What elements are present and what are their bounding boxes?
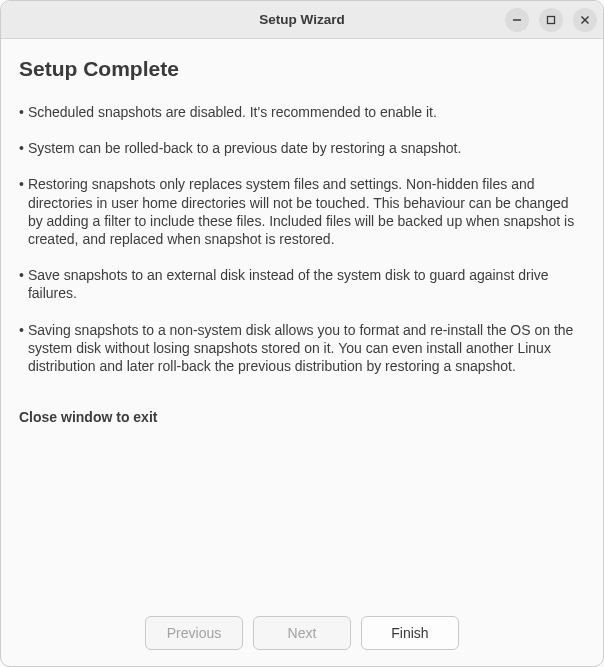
bullet-text: Restoring snapshots only replaces system… (28, 175, 585, 248)
previous-button[interactable]: Previous (145, 616, 243, 650)
footer-buttons: Previous Next Finish (1, 602, 603, 666)
minimize-icon (512, 15, 522, 25)
page-heading: Setup Complete (19, 57, 585, 81)
close-button[interactable] (573, 8, 597, 32)
content-area: Setup Complete • Scheduled snapshots are… (1, 39, 603, 602)
next-button[interactable]: Next (253, 616, 351, 650)
minimize-button[interactable] (505, 8, 529, 32)
finish-button[interactable]: Finish (361, 616, 459, 650)
bullet-text: System can be rolled-back to a previous … (28, 139, 461, 157)
bullet-item: • Save snapshots to an external disk ins… (19, 266, 585, 302)
bullet-item: • Restoring snapshots only replaces syst… (19, 175, 585, 248)
svg-rect-1 (548, 16, 555, 23)
bullet-text: Scheduled snapshots are disabled. It's r… (28, 103, 437, 121)
bullet-dot: • (19, 321, 28, 376)
bullet-item: • Saving snapshots to a non-system disk … (19, 321, 585, 376)
bullet-dot: • (19, 139, 28, 157)
bullet-list: • Scheduled snapshots are disabled. It's… (19, 103, 585, 375)
bullet-text: Saving snapshots to a non-system disk al… (28, 321, 585, 376)
bullet-item: • Scheduled snapshots are disabled. It's… (19, 103, 585, 121)
bullet-dot: • (19, 175, 28, 248)
bullet-item: • System can be rolled-back to a previou… (19, 139, 585, 157)
window-controls (505, 8, 597, 32)
maximize-icon (546, 15, 556, 25)
close-message: Close window to exit (19, 409, 585, 425)
bullet-text: Save snapshots to an external disk inste… (28, 266, 585, 302)
bullet-dot: • (19, 266, 28, 302)
maximize-button[interactable] (539, 8, 563, 32)
bullet-dot: • (19, 103, 28, 121)
window-title: Setup Wizard (259, 12, 344, 27)
close-icon (580, 15, 590, 25)
titlebar: Setup Wizard (1, 1, 603, 39)
